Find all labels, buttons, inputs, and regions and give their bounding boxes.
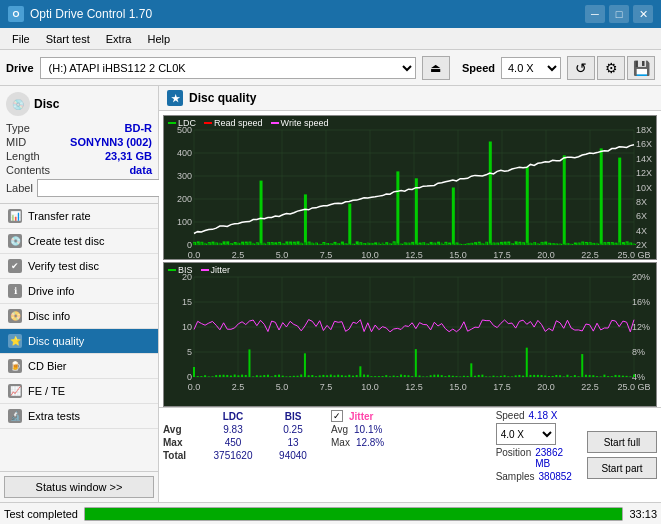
sidebar-item-transfer-rate[interactable]: 📊 Transfer rate: [0, 204, 158, 229]
ldc-header: LDC: [203, 410, 263, 423]
jitter-max-label: Max: [331, 437, 350, 448]
progress-bar: [84, 507, 623, 521]
stats-speed-select[interactable]: 4.0 X: [496, 423, 556, 445]
disc-quality-title: Disc quality: [189, 91, 256, 105]
create-test-disc-icon: 💿: [8, 234, 22, 248]
app-icon: O: [8, 6, 24, 22]
disc-mid-val: SONYNN3 (002): [70, 136, 152, 148]
menu-file[interactable]: File: [4, 31, 38, 47]
disc-contents-key: Contents: [6, 164, 50, 176]
max-ldc-val: 450: [203, 436, 263, 449]
status-time: 33:13: [629, 508, 657, 520]
charts-area: LDC Read speed Write speed BIS Jitter: [159, 111, 661, 407]
avg-label: Avg: [163, 423, 203, 436]
nav-items: 📊 Transfer rate 💿 Create test disc ✔ Ver…: [0, 204, 158, 429]
sidebar-item-disc-info[interactable]: 📀 Disc info: [0, 304, 158, 329]
close-button[interactable]: ✕: [633, 5, 653, 23]
position-key: Position: [496, 447, 532, 469]
disc-label-input[interactable]: [37, 179, 166, 197]
extra-tests-icon: 🔬: [8, 409, 22, 423]
jitter-label: Jitter: [349, 411, 373, 422]
max-label: Max: [163, 436, 203, 449]
refresh-button[interactable]: ↺: [567, 56, 595, 80]
total-bis-val: 94040: [263, 449, 323, 462]
disc-type-key: Type: [6, 122, 30, 134]
minimize-button[interactable]: ─: [585, 5, 605, 23]
start-part-button[interactable]: Start part: [587, 457, 657, 479]
speed-label: Speed: [462, 62, 495, 74]
speed-val: 4.18 X: [529, 410, 558, 421]
maximize-button[interactable]: □: [609, 5, 629, 23]
disc-mid-key: MID: [6, 136, 26, 148]
sidebar-item-verify-test-disc[interactable]: ✔ Verify test disc: [0, 254, 158, 279]
avg-bis-val: 0.25: [263, 423, 323, 436]
title-bar: O Opti Drive Control 1.70 ─ □ ✕: [0, 0, 661, 28]
drive-bar: Drive (H:) ATAPI iHBS112 2 CL0K ⏏ Speed …: [0, 50, 661, 86]
sidebar: 💿 Disc Type BD-R MID SONYNN3 (002) Lengt…: [0, 86, 159, 502]
disc-label-key: Label: [6, 182, 33, 194]
menu-bar: File Start test Extra Help: [0, 28, 661, 50]
avg-ldc-val: 9.83: [203, 423, 263, 436]
main-content: 💿 Disc Type BD-R MID SONYNN3 (002) Lengt…: [0, 86, 661, 502]
status-window-button[interactable]: Status window >>: [4, 476, 154, 498]
total-label: Total: [163, 449, 203, 462]
sidebar-item-create-test-disc[interactable]: 💿 Create test disc: [0, 229, 158, 254]
disc-info-icon: 📀: [8, 309, 22, 323]
disc-contents-val: data: [129, 164, 152, 176]
status-text: Test completed: [4, 508, 78, 520]
disc-quality-header-icon: ★: [167, 90, 183, 106]
drive-info-icon: ℹ: [8, 284, 22, 298]
total-ldc-val: 3751620: [203, 449, 263, 462]
transfer-rate-icon: 📊: [8, 209, 22, 223]
jitter-avg-val: 10.1%: [354, 424, 382, 435]
samples-val: 380852: [539, 471, 572, 482]
disc-panel-title: Disc: [34, 97, 59, 111]
disc-quality-header: ★ Disc quality: [159, 86, 661, 111]
disc-quality-icon: ⭐: [8, 334, 22, 348]
drive-label: Drive: [6, 62, 34, 74]
menu-start-test[interactable]: Start test: [38, 31, 98, 47]
jitter-checkbox[interactable]: ✓: [331, 410, 343, 422]
cd-bier-icon: 🍺: [8, 359, 22, 373]
max-bis-val: 13: [263, 436, 323, 449]
action-buttons: Start full Start part: [587, 431, 657, 479]
sidebar-item-extra-tests[interactable]: 🔬 Extra tests: [0, 404, 158, 429]
jitter-max-val: 12.8%: [356, 437, 384, 448]
save-button[interactable]: 💾: [627, 56, 655, 80]
bottom-chart: BIS Jitter: [163, 262, 657, 407]
top-chart-legend: LDC Read speed Write speed: [168, 118, 328, 128]
disc-length-val: 23,31 GB: [105, 150, 152, 162]
eject-button[interactable]: ⏏: [422, 56, 450, 80]
progress-fill: [85, 508, 622, 520]
position-val: 23862 MB: [535, 447, 579, 469]
sidebar-item-cd-bier[interactable]: 🍺 CD Bier: [0, 354, 158, 379]
verify-test-disc-icon: ✔: [8, 259, 22, 273]
disc-panel: 💿 Disc Type BD-R MID SONYNN3 (002) Lengt…: [0, 86, 158, 204]
drive-select[interactable]: (H:) ATAPI iHBS112 2 CL0K: [40, 57, 416, 79]
disc-type-val: BD-R: [125, 122, 153, 134]
sidebar-item-fe-te[interactable]: 📈 FE / TE: [0, 379, 158, 404]
sidebar-item-disc-quality[interactable]: ⭐ Disc quality: [0, 329, 158, 354]
fe-te-icon: 📈: [8, 384, 22, 398]
speed-select[interactable]: 4.0 X 1.0 X 2.0 X 6.0 X 8.0 X: [501, 57, 561, 79]
bottom-chart-legend: BIS Jitter: [168, 265, 230, 275]
sidebar-item-drive-info[interactable]: ℹ Drive info: [0, 279, 158, 304]
app-title: Opti Drive Control 1.70: [30, 7, 152, 21]
jitter-section: ✓ Jitter Avg 10.1% Max 12.8%: [331, 410, 488, 448]
top-chart: LDC Read speed Write speed: [163, 115, 657, 260]
speed-info: Speed 4.18 X 4.0 X Position 23862 MB Sam…: [496, 410, 579, 482]
settings-button[interactable]: ⚙: [597, 56, 625, 80]
menu-extra[interactable]: Extra: [98, 31, 140, 47]
speed-key: Speed: [496, 410, 525, 421]
stats-area: LDC BIS Avg 9.83 0.25 Max 450 13 Total: [159, 407, 661, 502]
stats-table: LDC BIS Avg 9.83 0.25 Max 450 13 Total: [163, 410, 323, 462]
jitter-avg-label: Avg: [331, 424, 348, 435]
right-panel: ★ Disc quality LDC Read speed Write spee…: [159, 86, 661, 502]
samples-key: Samples: [496, 471, 535, 482]
status-bar: Test completed 33:13: [0, 502, 661, 524]
menu-help[interactable]: Help: [139, 31, 178, 47]
start-full-button[interactable]: Start full: [587, 431, 657, 453]
disc-panel-icon: 💿: [6, 92, 30, 116]
disc-length-key: Length: [6, 150, 40, 162]
bis-header: BIS: [263, 410, 323, 423]
